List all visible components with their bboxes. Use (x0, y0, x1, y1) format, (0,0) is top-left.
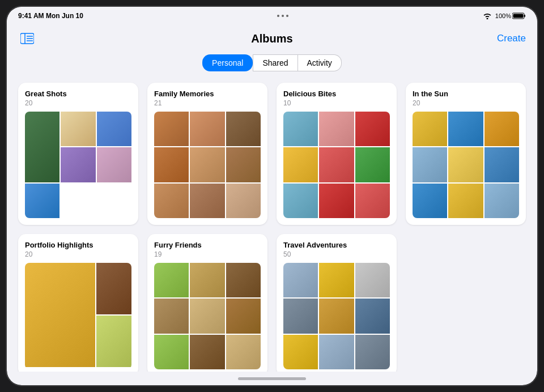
album-portfolio-highlights[interactable]: Portfolio Highlights 20 (18, 234, 138, 372)
photo-grid (413, 112, 519, 218)
album-title: Delicious Bites (283, 90, 390, 98)
photo-cell (448, 184, 483, 218)
photo-cell (226, 112, 261, 146)
photo-cell (190, 184, 224, 218)
photo-grid (283, 263, 390, 369)
ipad-screen: 9:41 AM Mon Jun 10 100% (7, 7, 537, 385)
photo-cell (190, 112, 224, 146)
album-title: Great Shots (25, 90, 131, 98)
photo-cell (448, 147, 483, 182)
ipad-frame: 9:41 AM Mon Jun 10 100% (6, 6, 538, 386)
svg-rect-2 (513, 14, 523, 18)
photo-grid (25, 112, 131, 218)
photo-cell (283, 112, 318, 146)
album-furry-friends[interactable]: Furry Friends 19 (147, 234, 267, 372)
sidebar-toggle-button[interactable] (18, 29, 36, 48)
photo-cell (319, 112, 354, 146)
status-right: 100% (483, 12, 526, 19)
albums-grid: Great Shots 20 Family Memories 21 (18, 83, 526, 372)
photo-cell (448, 112, 483, 146)
dot-1 (277, 15, 279, 17)
photo-cell (319, 299, 354, 333)
photo-cell (355, 335, 390, 369)
photo-cell (154, 299, 189, 333)
dot-2 (282, 15, 284, 17)
wifi-icon (483, 12, 492, 19)
tab-shared[interactable]: Shared (253, 54, 298, 71)
album-delicious-bites[interactable]: Delicious Bites 10 (277, 83, 397, 225)
page-title: Albums (251, 32, 292, 45)
photo-grid (154, 112, 261, 218)
photo-cell (154, 147, 189, 182)
album-count: 10 (283, 99, 390, 107)
photo-cell (97, 147, 131, 182)
status-center (277, 15, 288, 17)
photo-cell (413, 147, 447, 182)
photo-cell (484, 147, 519, 182)
album-count: 20 (413, 99, 519, 107)
album-count: 50 (283, 250, 390, 258)
photo-cell (319, 335, 354, 369)
tab-personal[interactable]: Personal (202, 54, 253, 71)
photo-cell (226, 263, 261, 297)
photo-cell (413, 184, 447, 218)
photo-cell (355, 263, 390, 297)
photo-cell (190, 263, 224, 297)
photo-cell (355, 112, 390, 146)
photo-cell (190, 147, 224, 182)
photo-cell (97, 112, 131, 146)
home-bar (238, 377, 306, 380)
photo-cell (319, 184, 354, 218)
photo-cell (413, 112, 447, 146)
tab-activity[interactable]: Activity (298, 54, 342, 71)
album-great-shots[interactable]: Great Shots 20 (18, 83, 138, 225)
photo-cell (226, 184, 261, 218)
photo-cell (190, 299, 224, 333)
status-bar: 9:41 AM Mon Jun 10 100% (7, 7, 537, 25)
album-in-the-sun[interactable]: In the Sun 20 (406, 83, 526, 225)
photo-cell (154, 335, 189, 369)
photo-cell (484, 112, 519, 146)
photo-cell (283, 184, 318, 218)
photo-cell (355, 147, 390, 182)
photo-cell (25, 263, 95, 367)
photo-cell (319, 263, 354, 297)
album-travel-adventures[interactable]: Travel Adventures 50 (277, 234, 397, 372)
album-title: Furry Friends (154, 241, 261, 249)
photo-cell (25, 184, 60, 218)
album-family-memories[interactable]: Family Memories 21 (147, 83, 267, 225)
main-content: Albums Create Personal Shared Activity G… (7, 25, 537, 372)
home-indicator (7, 372, 537, 385)
album-count: 20 (25, 250, 131, 258)
photo-cell (283, 263, 318, 297)
photo-grid (283, 112, 390, 218)
album-title: Portfolio Highlights (25, 241, 131, 249)
status-time: 9:41 AM Mon Jun 10 (18, 12, 83, 20)
photo-cell (319, 147, 354, 182)
photo-grid (25, 263, 131, 369)
svg-rect-1 (524, 15, 525, 17)
photo-cell (154, 112, 189, 146)
battery-icon: 100% (495, 12, 526, 19)
tab-bar: Personal Shared Activity (18, 54, 526, 71)
album-title: Travel Adventures (283, 241, 390, 249)
album-count: 21 (154, 99, 261, 107)
photo-cell (226, 335, 261, 369)
header: Albums Create (18, 25, 526, 54)
photo-cell (226, 299, 261, 333)
photo-cell (355, 184, 390, 218)
photo-cell (283, 147, 318, 182)
photo-cell (355, 299, 390, 333)
photo-cell (154, 263, 189, 297)
dot-3 (286, 15, 288, 17)
album-title: Family Memories (154, 90, 261, 98)
photo-cell (154, 184, 189, 218)
photo-cell (25, 112, 60, 182)
album-title: In the Sun (413, 90, 519, 98)
album-count: 19 (154, 250, 261, 258)
photo-cell (226, 147, 261, 182)
create-button[interactable]: Create (497, 33, 526, 44)
photo-cell (283, 299, 318, 333)
photo-cell (96, 316, 131, 367)
photo-cell (484, 184, 519, 218)
